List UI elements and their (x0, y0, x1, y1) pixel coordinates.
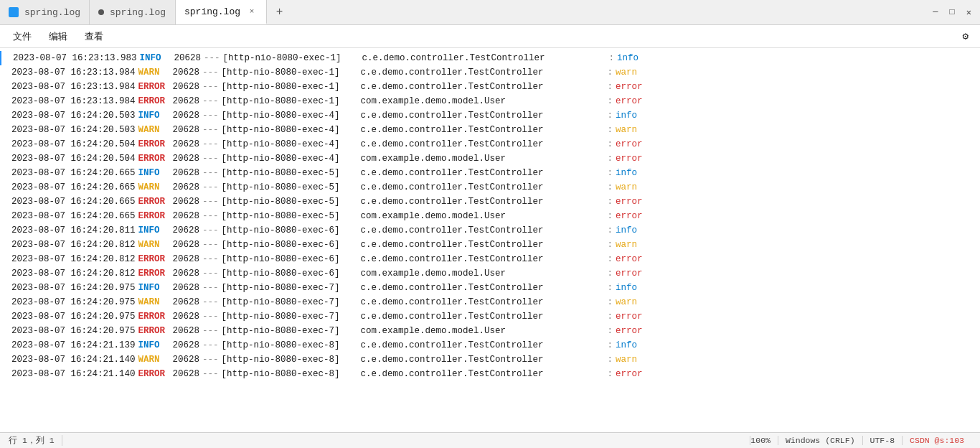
log-colon: : (608, 281, 613, 295)
log-sep: --- (202, 108, 219, 123)
log-line: 2023-08-07 16:24:21.139INFO 20628 --- [h… (0, 338, 980, 353)
log-message: warn (616, 353, 637, 367)
log-timestamp: 2023-08-07 16:23:13.984 (11, 80, 136, 94)
log-message: info (616, 281, 637, 295)
log-pid: 20628 (173, 195, 200, 209)
modified-dot (98, 9, 104, 15)
log-colon: : (608, 108, 613, 123)
log-logger: c.e.demo.controller.TestController (361, 309, 605, 324)
log-timestamp: 2023-08-07 16:24:20.811 (11, 223, 136, 238)
status-bar: 行 1，列 1 100% Windows (CRLF) UTF-8 CSDN @… (0, 432, 980, 448)
log-message: error (616, 151, 643, 166)
log-logger: com.example.demo.model.User (361, 94, 605, 108)
tab-close-button[interactable]: × (246, 6, 258, 17)
log-pid: 20628 (173, 94, 200, 108)
log-thread: [http-nio-8080-exec-5] (222, 166, 358, 180)
log-pid: 20628 (173, 151, 200, 166)
tab-3[interactable]: spring.log× (176, 0, 267, 24)
log-pid: 20628 (173, 309, 200, 324)
log-logger: c.e.demo.controller.TestController (361, 252, 605, 266)
log-message: error (616, 252, 643, 266)
log-logger: c.e.demo.controller.TestController (361, 195, 605, 209)
log-line: 2023-08-07 16:24:20.504ERROR 20628 --- [… (0, 151, 980, 166)
log-level: INFO (138, 223, 173, 238)
log-colon: : (608, 338, 613, 353)
file-icon (9, 7, 19, 17)
log-colon: : (608, 123, 613, 137)
log-colon: : (608, 94, 613, 108)
log-message: info (616, 166, 637, 180)
gear-icon[interactable]: ⚙ (957, 27, 974, 45)
log-line: 2023-08-07 16:23:13.983INFO 20628 --- [h… (0, 51, 980, 65)
tab-1[interactable]: spring.log (0, 0, 90, 24)
log-timestamp: 2023-08-07 16:24:20.665 (11, 195, 136, 209)
log-colon: : (608, 209, 613, 223)
log-sep: --- (202, 209, 219, 223)
log-line: 2023-08-07 16:24:20.812WARN 20628 --- [h… (0, 238, 980, 252)
log-logger: c.e.demo.controller.TestController (361, 65, 605, 80)
log-thread: [http-nio-8080-exec-1] (222, 94, 358, 108)
log-line: 2023-08-07 16:24:20.503INFO 20628 --- [h… (0, 108, 980, 123)
zoom-level: 100% (750, 436, 778, 445)
log-timestamp: 2023-08-07 16:23:13.984 (11, 65, 136, 80)
csdn-info[interactable]: CSDN @s:103 (902, 436, 971, 445)
log-line: 2023-08-07 16:24:20.811INFO 20628 --- [h… (0, 223, 980, 238)
log-line: 2023-08-07 16:24:20.975INFO 20628 --- [h… (0, 281, 980, 295)
maximize-button[interactable]: □ (950, 7, 955, 17)
log-logger: com.example.demo.model.User (361, 266, 605, 281)
log-pid: 20628 (173, 166, 200, 180)
log-pid: 20628 (173, 108, 200, 123)
new-tab-button[interactable]: + (267, 0, 292, 24)
log-logger: c.e.demo.controller.TestController (361, 281, 605, 295)
log-colon: : (608, 65, 613, 80)
line-ending: Windows (CRLF) (778, 436, 862, 445)
log-sep: --- (202, 266, 219, 281)
log-thread: [http-nio-8080-exec-7] (222, 324, 358, 338)
tab-2[interactable]: spring.log (90, 0, 176, 24)
log-sep: --- (202, 180, 219, 195)
log-level: INFO (138, 166, 173, 180)
log-sep: --- (202, 223, 219, 238)
log-message: warn (616, 123, 637, 137)
log-thread: [http-nio-8080-exec-6] (222, 223, 358, 238)
log-level: ERROR (138, 151, 173, 166)
log-sep: --- (204, 51, 220, 65)
log-line: 2023-08-07 16:24:20.975ERROR 20628 --- [… (0, 324, 980, 338)
log-colon: : (608, 137, 613, 151)
log-pid: 20628 (173, 266, 200, 281)
log-pid: 20628 (173, 281, 200, 295)
menu-item-查看[interactable]: 查看 (77, 27, 110, 46)
log-logger: c.e.demo.controller.TestController (361, 295, 605, 309)
log-pid: 20628 (173, 123, 200, 137)
log-timestamp: 2023-08-07 16:24:20.812 (11, 252, 136, 266)
log-level: ERROR (138, 266, 173, 281)
minimize-button[interactable]: — (933, 7, 938, 17)
menu-bar: 文件编辑查看⚙ (0, 25, 980, 48)
log-timestamp: 2023-08-07 16:24:20.503 (11, 108, 136, 123)
log-colon: : (608, 367, 613, 381)
tab-list: spring.logspring.logspring.log×+ (0, 0, 924, 24)
log-pid: 20628 (173, 137, 200, 151)
log-colon: : (608, 295, 613, 309)
close-button[interactable]: ✕ (966, 7, 971, 18)
log-logger: com.example.demo.model.User (361, 151, 605, 166)
log-content[interactable]: 2023-08-07 16:23:13.983INFO 20628 --- [h… (0, 48, 980, 432)
log-level: INFO (138, 281, 173, 295)
log-timestamp: 2023-08-07 16:24:20.504 (11, 137, 136, 151)
log-timestamp: 2023-08-07 16:24:20.504 (11, 151, 136, 166)
log-logger: c.e.demo.controller.TestController (361, 238, 605, 252)
cursor-position: 行 1，列 1 (9, 435, 62, 446)
log-sep: --- (202, 65, 219, 80)
log-pid: 20628 (173, 223, 200, 238)
menu-item-文件[interactable]: 文件 (6, 27, 39, 46)
log-level: ERROR (138, 252, 173, 266)
log-colon: : (608, 324, 613, 338)
log-line: 2023-08-07 16:24:20.665WARN 20628 --- [h… (0, 180, 980, 195)
log-logger: c.e.demo.controller.TestController (362, 51, 606, 65)
log-sep: --- (202, 137, 219, 151)
log-level: WARN (138, 123, 173, 137)
log-thread: [http-nio-8080-exec-7] (222, 295, 358, 309)
log-level: ERROR (138, 367, 173, 381)
log-pid: 20628 (173, 238, 200, 252)
menu-item-编辑[interactable]: 编辑 (42, 27, 75, 46)
